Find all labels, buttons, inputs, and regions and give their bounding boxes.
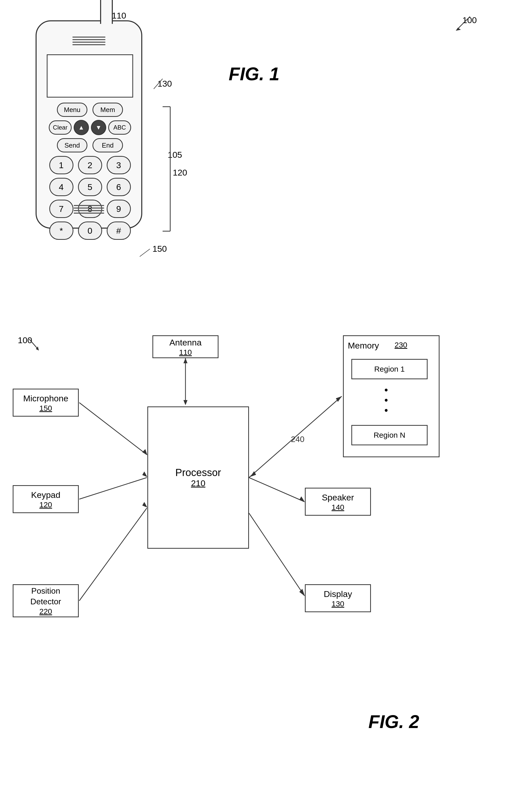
mem-key[interactable]: Mem (93, 103, 123, 117)
display-block: Display 130 (305, 584, 371, 612)
speaker-block: Speaker 140 (305, 488, 371, 516)
svg-line-20 (79, 478, 147, 499)
microphone-block: Microphone 150 (13, 389, 79, 417)
svg-marker-15 (336, 396, 342, 402)
ref-100-arrow-fig1 (452, 14, 473, 34)
svg-text:240: 240 (291, 435, 304, 444)
down-arrow-key[interactable]: ▼ (91, 120, 106, 135)
speaker-grill-bottom (74, 205, 104, 214)
ref-150-line (137, 244, 157, 259)
key-5[interactable]: 5 (78, 178, 102, 196)
svg-marker-1 (456, 28, 461, 31)
key-6[interactable]: 6 (107, 178, 131, 196)
svg-line-9 (29, 339, 38, 349)
ref-100-arrow-fig2 (27, 338, 42, 353)
end-key[interactable]: End (93, 138, 123, 152)
fig2-container: FIG. 2 100 Antenna 110 Memory 230 Region… (13, 330, 516, 787)
key-2[interactable]: 2 (78, 156, 102, 174)
svg-line-26 (249, 513, 304, 596)
key-star[interactable]: * (49, 222, 73, 240)
phone-body: Menu Mem Clear ▲ ▼ ABC Send End (36, 20, 142, 229)
svg-marker-19 (142, 449, 147, 455)
svg-line-0 (457, 17, 470, 29)
svg-marker-25 (299, 496, 305, 502)
display-screen (47, 54, 133, 98)
svg-marker-21 (142, 472, 147, 477)
key-1[interactable]: 1 (49, 156, 73, 174)
pos-detector-block: PositionDetector 220 (13, 584, 79, 617)
antenna-drawing (100, 0, 113, 24)
region1-block: Region 1 (352, 359, 428, 379)
svg-marker-13 (184, 400, 188, 405)
memory-block: Memory 230 Region 1 • • • Region N (343, 335, 439, 457)
menu-key[interactable]: Menu (57, 103, 88, 117)
regionN-block: Region N (352, 425, 428, 445)
fig1-label: FIG. 1 (229, 63, 280, 84)
key-7[interactable]: 7 (49, 200, 73, 218)
keypad-bracket (160, 104, 180, 236)
svg-line-5 (140, 249, 150, 256)
svg-line-14 (249, 396, 342, 478)
svg-line-18 (79, 403, 147, 455)
svg-line-4 (154, 79, 163, 89)
keypad-block: Keypad 120 (13, 485, 79, 513)
svg-marker-23 (142, 502, 147, 507)
key-hash[interactable]: # (107, 222, 131, 240)
key-9[interactable]: 9 (107, 200, 131, 218)
up-arrow-key[interactable]: ▲ (74, 120, 89, 135)
svg-marker-16 (250, 471, 256, 477)
fig2-label: FIG. 2 (368, 711, 419, 732)
antenna-block: Antenna 110 (152, 335, 218, 358)
key-4[interactable]: 4 (49, 178, 73, 196)
keypad-area: Menu Mem Clear ▲ ▼ ABC Send End (44, 103, 136, 243)
speaker-grill-top (72, 37, 106, 45)
processor-block: Processor 210 (147, 406, 249, 549)
svg-marker-12 (184, 358, 188, 363)
svg-marker-27 (299, 589, 305, 596)
key-3[interactable]: 3 (107, 156, 131, 174)
svg-line-24 (249, 478, 304, 502)
send-key[interactable]: Send (57, 138, 88, 152)
clear-key[interactable]: Clear (49, 120, 72, 135)
key-0[interactable]: 0 (78, 222, 102, 240)
ref-130-line (150, 76, 170, 92)
abc-key[interactable]: ABC (108, 120, 131, 135)
svg-line-22 (79, 508, 147, 601)
